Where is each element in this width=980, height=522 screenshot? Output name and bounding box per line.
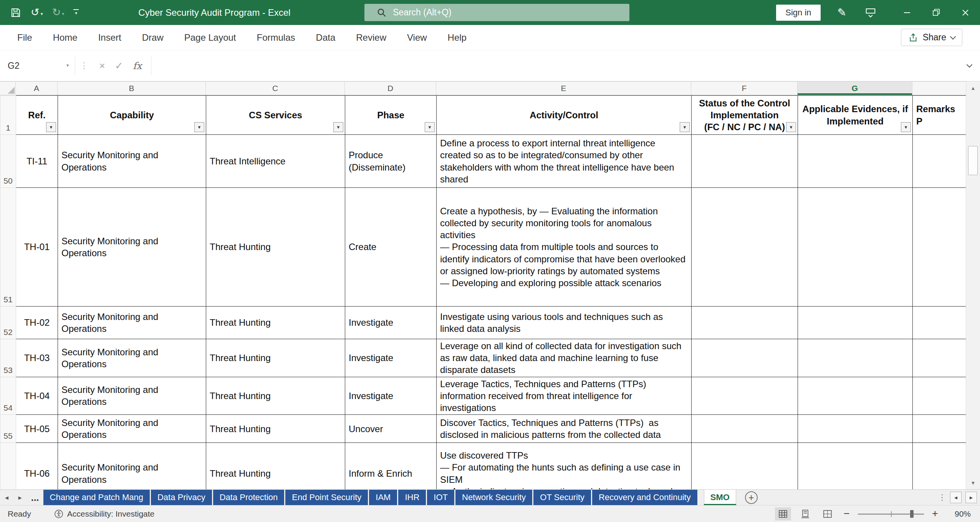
cell[interactable]: Define a process to export internal thre… [437, 135, 692, 188]
cell[interactable] [692, 135, 798, 188]
sheet-tab-recovery-and-continuity[interactable]: Recovery and Continuity [592, 490, 697, 505]
column-header-g-selected[interactable]: G [798, 82, 912, 95]
splitter-handle-icon[interactable]: ⋮ [938, 493, 946, 502]
cell[interactable]: Security Monitoring and Operations [58, 339, 206, 377]
cell[interactable]: Threat Hunting [206, 443, 345, 489]
ribbon-tab-data[interactable]: Data [306, 25, 346, 50]
sign-in-button[interactable]: Sign in [776, 5, 820, 21]
cell[interactable] [913, 377, 966, 415]
cell[interactable]: Threat Hunting [206, 307, 345, 339]
zoom-slider[interactable] [858, 507, 924, 520]
page-layout-view-button[interactable] [797, 507, 813, 520]
page-break-preview-button[interactable] [819, 507, 836, 520]
sheet-tab-end-point-security[interactable]: End Point Security [285, 490, 368, 505]
cell[interactable] [798, 415, 913, 443]
sheet-tab-data-privacy[interactable]: Data Privacy [151, 490, 212, 505]
sheet-tab-iam[interactable]: IAM [369, 490, 397, 505]
cell[interactable] [692, 307, 798, 339]
cell[interactable]: TI-11 [16, 135, 58, 188]
ribbon-tab-review[interactable]: Review [346, 25, 397, 50]
sheet-tab-data-protection[interactable]: Data Protection [213, 490, 285, 505]
maximize-button[interactable] [922, 0, 951, 25]
cell[interactable]: Security Monitoring and Operations [58, 307, 206, 339]
ribbon-tab-home[interactable]: Home [43, 25, 88, 50]
accessibility-status[interactable]: Accessibility: Investigate [54, 509, 155, 519]
zoom-slider-thumb[interactable] [910, 510, 914, 518]
cell[interactable] [692, 377, 798, 415]
sheet-tab-ot-security[interactable]: OT Security [533, 490, 591, 505]
zoom-level[interactable]: 90% [946, 509, 971, 519]
sheet-tab-network-security[interactable]: Network Security [455, 490, 532, 505]
cell[interactable]: Security Monitoring and Operations [58, 188, 206, 307]
cell[interactable]: Inform & Enrich [345, 443, 437, 489]
cell[interactable]: Use discovered TTPs — For automating the… [437, 443, 692, 489]
cell[interactable]: Create [345, 188, 437, 307]
cell[interactable]: Leverage on all kind of collected data f… [437, 339, 692, 377]
row-header-50[interactable]: 50 [0, 135, 16, 188]
vertical-scrollbar[interactable]: ▲ ▼ [966, 81, 980, 489]
scrollbar-thumb[interactable] [968, 146, 978, 175]
column-header-e[interactable]: E [436, 82, 691, 95]
header-cell-activity-control[interactable]: Activity/Control▼ [437, 96, 692, 135]
undo-button[interactable]: ↺▾ [31, 7, 43, 18]
header-cell-evidences[interactable]: Applicable Evidences, if Implemented▼ [798, 96, 913, 135]
cell[interactable]: Uncover [345, 415, 437, 443]
scroll-down-button[interactable]: ▼ [966, 476, 980, 489]
sheet-tab-smo[interactable]: SMO [704, 490, 736, 505]
cell[interactable] [798, 339, 913, 377]
more-sheets-button[interactable]: ... [27, 490, 43, 505]
name-box[interactable]: G2 ▾ [0, 56, 75, 75]
cell[interactable] [913, 188, 966, 307]
filter-button[interactable]: ▼ [46, 122, 56, 132]
minimize-button[interactable] [892, 0, 922, 25]
column-header-h[interactable]: H [912, 82, 966, 95]
sheet-tab-iot[interactable]: IOT [427, 490, 454, 505]
scroll-up-button[interactable]: ▲ [966, 81, 980, 94]
header-cell-ref[interactable]: Ref.▼ [16, 96, 58, 135]
cell[interactable]: Leverage Tactics, Techniques and Pattern… [437, 377, 692, 415]
column-header-b[interactable]: B [58, 82, 206, 95]
header-cell-status[interactable]: Status of the Control Implementation (FC… [692, 96, 798, 135]
ink-pen-icon[interactable]: ✎ [838, 6, 846, 19]
header-cell-cs-services[interactable]: CS Services▼ [206, 96, 345, 135]
cell[interactable] [798, 135, 913, 188]
column-header-f[interactable]: F [691, 82, 798, 95]
ribbon-tab-draw[interactable]: Draw [132, 25, 174, 50]
cell[interactable] [913, 415, 966, 443]
cell[interactable]: TH-05 [16, 415, 58, 443]
new-sheet-button[interactable]: + [745, 491, 758, 504]
cell[interactable] [692, 188, 798, 307]
cell[interactable]: Security Monitoring and Operations [58, 415, 206, 443]
insert-function-button[interactable]: fx [133, 60, 142, 71]
ribbon-tab-insert[interactable]: Insert [88, 25, 132, 50]
cell[interactable]: Investigate [345, 307, 437, 339]
filter-button[interactable]: ▼ [901, 122, 911, 132]
cell[interactable] [692, 339, 798, 377]
row-header-1[interactable]: 1 [0, 96, 16, 135]
header-cell-phase[interactable]: Phase▼ [345, 96, 437, 135]
column-header-c[interactable]: C [206, 82, 345, 95]
cell[interactable] [798, 188, 913, 307]
column-header-a[interactable]: A [16, 82, 58, 95]
cell[interactable]: Investigate using various tools and tech… [437, 307, 692, 339]
ribbon-tab-help[interactable]: Help [437, 25, 477, 50]
cell[interactable]: Threat Intelligence [206, 135, 345, 188]
filter-button[interactable]: ▼ [194, 122, 204, 132]
cell[interactable]: TH-01 [16, 188, 58, 307]
cell[interactable]: TH-03 [16, 339, 58, 377]
close-button[interactable] [951, 0, 980, 25]
ribbon-tab-file[interactable]: File [7, 25, 43, 50]
cell[interactable]: TH-06 [16, 443, 58, 489]
cell[interactable] [798, 307, 913, 339]
cell[interactable] [913, 135, 966, 188]
filter-button[interactable]: ▼ [680, 122, 690, 132]
cell[interactable]: Security Monitoring and Operations [58, 377, 206, 415]
cell[interactable]: Produce (Disseminate) [345, 135, 437, 188]
row-header-52[interactable]: 52 [0, 307, 16, 339]
cancel-entry-button[interactable]: × [94, 60, 111, 72]
cell[interactable]: Threat Hunting [206, 415, 345, 443]
select-all-button[interactable] [0, 82, 16, 95]
row-header-53[interactable]: 53 [0, 339, 16, 377]
previous-sheet-button[interactable]: ◄ [0, 490, 13, 505]
header-cell-remarks[interactable]: Remarks P [913, 96, 966, 135]
